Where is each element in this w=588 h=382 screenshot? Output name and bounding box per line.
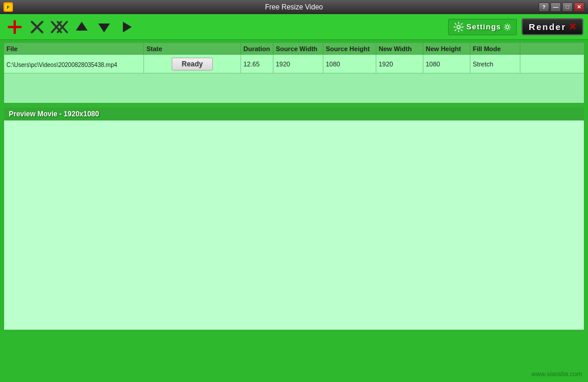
window-title: Free Resize Video — [265, 3, 323, 11]
table-row[interactable]: C:\Users\pc\Videos\20200828035438.mp4 Re… — [4, 55, 584, 73]
cell-new-width: 1920 — [376, 55, 423, 73]
col-header-file[interactable]: File — [4, 43, 144, 54]
add-button[interactable] — [5, 17, 25, 37]
minimize-button[interactable]: — — [550, 2, 561, 12]
settings-button[interactable]: Settings — [448, 19, 517, 35]
arrow-up-icon — [75, 20, 89, 34]
status-badge: Ready — [172, 58, 213, 71]
col-header-fill-mode[interactable]: Fill Mode — [470, 43, 520, 54]
col-header-source-height[interactable]: Source Height — [323, 43, 376, 54]
settings-gear-icon — [503, 23, 512, 31]
svg-point-14 — [456, 24, 462, 30]
play-button[interactable] — [116, 17, 136, 37]
cell-fill-mode: Stretch — [470, 55, 520, 73]
render-x-icon: ✕ — [569, 21, 576, 32]
toolbar-right: Settings Render ✕ — [448, 18, 583, 35]
remove-all-icon — [51, 19, 68, 35]
app-icon: F — [4, 2, 13, 12]
remove-all-button[interactable] — [49, 17, 69, 37]
col-header-source-width[interactable]: Source Width — [273, 43, 323, 54]
render-label: Render — [529, 22, 566, 32]
cell-state: Ready — [144, 55, 241, 73]
close-button[interactable]: ✕ — [574, 2, 584, 12]
empty-rows-area — [4, 73, 584, 103]
watermark: www.xiaraba.com — [532, 370, 582, 377]
title-bar-left: F — [4, 2, 13, 12]
window-controls: ? — □ ✕ — [539, 2, 584, 12]
svg-marker-10 — [76, 22, 88, 31]
plus-icon — [6, 19, 23, 35]
cell-file: C:\Users\pc\Videos\20200828035438.mp4 — [4, 55, 144, 73]
svg-point-15 — [506, 25, 509, 28]
table-header: File State Duration Source Width Source … — [4, 43, 584, 55]
col-header-state[interactable]: State — [144, 43, 241, 54]
gear-icon — [453, 22, 464, 32]
svg-marker-12 — [123, 22, 132, 32]
play-icon — [119, 20, 133, 34]
arrow-down-icon — [97, 20, 111, 34]
preview-content — [4, 120, 584, 330]
file-list-container: File State Duration Source Width Source … — [4, 42, 584, 103]
col-header-duration[interactable]: Duration — [241, 43, 273, 54]
render-button[interactable]: Render ✕ — [522, 18, 583, 35]
maximize-button[interactable]: □ — [562, 2, 573, 12]
svg-text:F: F — [7, 5, 10, 10]
preview-header: Preview Movie - 1920x1080 — [4, 108, 584, 120]
cell-source-height: 1080 — [323, 55, 376, 73]
toolbar: Settings Render ✕ — [0, 14, 588, 40]
cell-duration: 12.65 — [241, 55, 273, 73]
svg-marker-11 — [98, 24, 110, 32]
preview-section: Preview Movie - 1920x1080 — [4, 107, 584, 330]
remove-button[interactable] — [27, 17, 47, 37]
help-button[interactable]: ? — [539, 2, 549, 12]
title-bar: F Free Resize Video ? — □ ✕ — [0, 0, 588, 14]
cell-source-width: 1920 — [273, 55, 323, 73]
move-down-button[interactable] — [94, 17, 114, 37]
settings-label: Settings — [466, 22, 501, 31]
cell-extra — [520, 55, 584, 73]
svg-point-13 — [457, 25, 460, 28]
col-header-new-height[interactable]: New Height — [423, 43, 470, 54]
cell-new-height: 1080 — [423, 55, 470, 73]
col-header-new-width[interactable]: New Width — [376, 43, 423, 54]
col-header-extra — [520, 43, 584, 54]
move-up-button[interactable] — [72, 17, 92, 37]
remove-icon — [29, 19, 45, 35]
